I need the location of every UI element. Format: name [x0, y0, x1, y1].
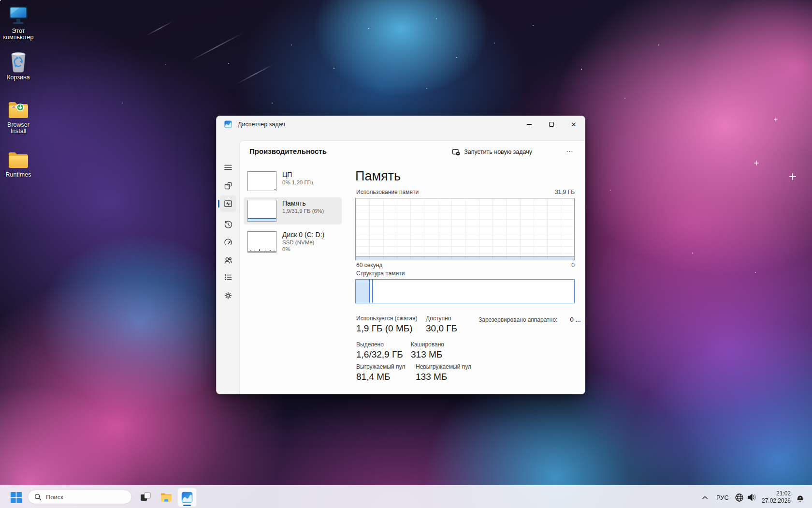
taskbar-search[interactable] — [28, 490, 132, 504]
sidebar-item-performance[interactable] — [220, 195, 236, 212]
users-icon — [224, 256, 232, 265]
volume-tray-button[interactable] — [746, 492, 758, 503]
close-button[interactable]: ✕ — [563, 116, 585, 133]
stat-hardware-reserved: Зарезервировано аппаратно: 0 ... — [478, 316, 581, 323]
stat-value: 133 МБ — [416, 372, 471, 382]
stat-value: 81,4 МБ — [356, 372, 405, 382]
perf-item-memory[interactable]: Память 1,9/31,9 ГБ (6%) — [244, 197, 342, 224]
file-explorer-icon — [160, 492, 172, 503]
perf-item-sub: SSD (NVMe) — [282, 239, 324, 245]
history-clock-icon — [224, 220, 232, 229]
network-tray-button[interactable] — [734, 492, 744, 503]
perf-item-title: Диск 0 (C: D:) — [282, 231, 324, 239]
stat-value: 0 ... — [570, 316, 581, 323]
sidebar-item-settings[interactable] — [220, 392, 236, 394]
sidebar-item-startup-apps[interactable] — [220, 234, 236, 251]
desktop: Этот компьютер Корзина — [0, 0, 812, 508]
desktop-icon-this-pc[interactable]: Этот компьютер — [0, 4, 37, 41]
task-manager-icon — [181, 492, 193, 503]
more-options-button[interactable]: ... — [563, 143, 577, 156]
desktop-icon-label: Этот компьютер — [0, 28, 37, 41]
language-indicator[interactable]: РУС — [715, 493, 730, 502]
task-view-button[interactable] — [136, 488, 155, 507]
sidebar-item-menu[interactable] — [220, 159, 236, 176]
speaker-icon — [747, 493, 757, 502]
this-pc-icon — [0, 4, 37, 26]
content-card: Производительность Запустить новую задач… — [239, 140, 585, 394]
recycle-bin-icon — [0, 50, 37, 73]
clock-tray-button[interactable]: 21:02 27.02.2026 — [760, 490, 793, 505]
stat-cached: Кэшировано 313 МБ — [411, 341, 444, 360]
services-gear-icon — [224, 291, 232, 300]
sparkle-star-icon — [789, 173, 796, 180]
tray-date: 27.02.2026 — [762, 497, 791, 505]
notifications-tray-button[interactable]: z — [795, 492, 805, 503]
stat-label: Зарезервировано аппаратно: — [478, 316, 557, 323]
folder-download-icon — [0, 98, 37, 120]
search-icon — [34, 493, 42, 501]
stat-value: 1,9 ГБ (0 МБ) — [356, 323, 418, 334]
performance-icon — [224, 199, 232, 208]
stat-label: Выделено — [356, 341, 403, 348]
processes-icon — [224, 181, 232, 190]
search-input[interactable] — [46, 493, 118, 501]
active-app-indicator — [183, 505, 191, 506]
desktop-icon-browser-install[interactable]: Browser Install — [0, 98, 37, 134]
page-title: Производительность — [249, 147, 327, 155]
cpu-mini-chart — [247, 171, 276, 191]
memory-composition-label: Структура памяти — [356, 270, 405, 277]
desktop-icon-runtimes[interactable]: Runtimes — [0, 148, 37, 178]
start-button[interactable] — [6, 488, 26, 507]
perf-item-disk0[interactable]: Диск 0 (C: D:) SSD (NVMe) 0% — [244, 229, 342, 261]
task-manager-window: Диспетчер задач ✕ — [216, 116, 585, 394]
sparkle-star-icon — [754, 161, 759, 165]
desktop-icon-label: Browser Install — [0, 122, 37, 134]
globe-network-icon — [735, 493, 744, 502]
stat-available: Доступно 30,0 ГБ — [426, 315, 457, 334]
task-view-icon — [140, 492, 151, 503]
file-explorer-button[interactable] — [157, 488, 176, 507]
run-new-task-button[interactable]: Запустить новую задачу — [447, 145, 537, 159]
stat-label: Выгружаемый пул — [356, 363, 405, 370]
stat-label: Кэшировано — [411, 341, 444, 348]
taskbar: РУС 21:02 27.02.2026 — [0, 485, 812, 508]
windows-logo-icon — [11, 492, 22, 503]
hamburger-menu-icon — [224, 163, 232, 172]
memory-mini-chart — [247, 200, 276, 222]
sidebar-item-processes[interactable] — [220, 178, 236, 194]
disk-activity-spikes — [248, 232, 276, 252]
stat-value: 30,0 ГБ — [426, 323, 457, 334]
do-not-disturb-bell-icon: z — [796, 493, 805, 502]
window-title: Диспетчер задач — [238, 121, 285, 128]
sparkle-star-icon — [774, 118, 778, 121]
minimize-button[interactable] — [518, 116, 540, 133]
sidebar-item-details[interactable] — [220, 269, 236, 285]
selected-accent-bar — [218, 200, 219, 208]
maximize-icon — [549, 122, 554, 127]
wallpaper-streak — [191, 33, 243, 61]
task-manager-taskbar-button[interactable] — [177, 488, 197, 507]
perf-item-title: ЦП — [282, 171, 313, 179]
startup-gauge-icon — [224, 238, 232, 247]
titlebar: Диспетчер задач ✕ — [217, 116, 585, 133]
memory-composition-bar[interactable] — [355, 279, 575, 303]
chart-gridlines — [356, 198, 574, 260]
wallpaper-streak — [146, 21, 173, 36]
sidebar-rail — [217, 133, 239, 394]
run-new-task-label: Запустить новую задачу — [464, 149, 532, 155]
tray-chevron-up-button[interactable] — [700, 493, 710, 502]
stat-value: 1,6/32,9 ГБ — [356, 349, 403, 360]
memory-panel-title: Память — [355, 169, 401, 184]
perf-item-sub: 0% 1,20 ГГц — [282, 179, 313, 185]
stat-non-paged-pool: Невыгружаемый пул 133 МБ — [416, 363, 471, 382]
sidebar-item-users[interactable] — [220, 252, 236, 269]
maximize-button[interactable] — [540, 116, 563, 133]
sidebar-item-app-history[interactable] — [220, 216, 236, 233]
folder-icon — [0, 148, 37, 170]
tray-time: 21:02 — [762, 490, 791, 497]
sidebar-item-services[interactable] — [220, 287, 236, 304]
disk-mini-chart — [247, 231, 276, 253]
chevron-up-icon — [702, 496, 708, 499]
desktop-icon-recycle-bin[interactable]: Корзина — [0, 50, 37, 81]
perf-item-cpu[interactable]: ЦП 0% 1,20 ГГц — [244, 169, 342, 195]
